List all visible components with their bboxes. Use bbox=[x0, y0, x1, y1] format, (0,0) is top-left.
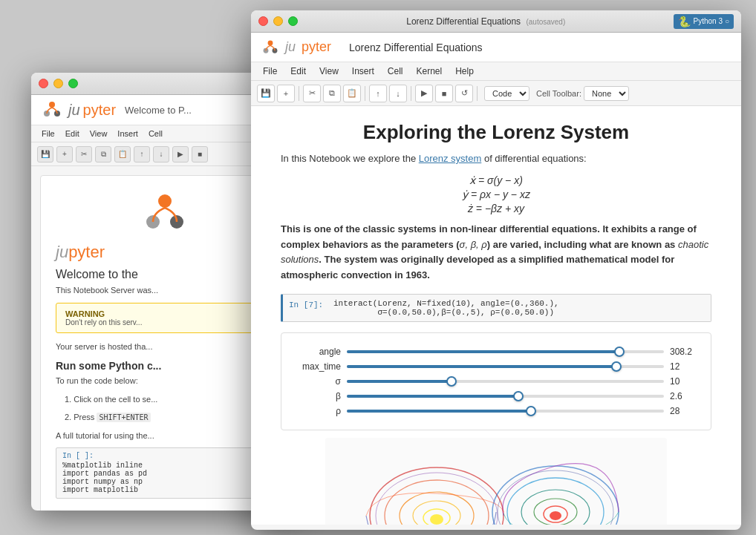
slider-value-angle: 308.2 bbox=[670, 347, 696, 357]
slider-row-angle: angle308.2 bbox=[296, 347, 696, 357]
svg-rect-9 bbox=[325, 438, 667, 525]
back-code-line-3: import numpy as np bbox=[62, 478, 267, 486]
front-cell-type-select[interactable]: Code bbox=[484, 86, 529, 101]
slider-fill-β bbox=[347, 395, 518, 398]
svg-point-0 bbox=[49, 102, 55, 108]
front-autosaved: (autosaved) bbox=[526, 18, 565, 26]
back-menu-file[interactable]: File bbox=[37, 128, 59, 140]
back-jupyter-logo-text: jupyter bbox=[68, 102, 116, 119]
front-copy-btn[interactable]: ⧉ bbox=[323, 85, 341, 102]
back-jupyter-large-text: jupyter bbox=[56, 243, 274, 262]
front-code-cell[interactable]: In [7]: interact(Lorenz, N=fixed(10), an… bbox=[281, 294, 711, 322]
back-menu-edit[interactable]: Edit bbox=[61, 128, 84, 140]
slider-track-σ[interactable] bbox=[347, 380, 664, 383]
back-warning-box: ✕ WARNING Don't rely on this serv... bbox=[56, 303, 274, 333]
front-cell-toolbar-select[interactable]: None bbox=[584, 86, 629, 101]
back-up-btn[interactable]: ↑ bbox=[134, 146, 150, 163]
front-python-badge: 🐍 Python 3 ○ bbox=[674, 14, 734, 29]
front-run-btn[interactable]: ▶ bbox=[415, 85, 433, 102]
svg-point-6 bbox=[268, 40, 273, 45]
front-notebook-content: Exploring the Lorenz System In this Note… bbox=[251, 106, 741, 525]
back-cut-btn[interactable]: ✂ bbox=[76, 146, 92, 163]
front-titlebar-title: Lorenz Differential Equations (autosaved… bbox=[303, 16, 668, 27]
front-titlebar: Lorenz Differential Equations (autosaved… bbox=[251, 10, 741, 33]
back-stop-btn[interactable]: ■ bbox=[192, 146, 208, 163]
slider-row-max_time: max_time12 bbox=[296, 361, 696, 372]
front-save-btn[interactable]: 💾 bbox=[257, 85, 275, 102]
front-toolbar: 💾 + ✂ ⧉ 📋 ↑ ↓ ▶ ■ ↺ Code Cell Toolbar: N… bbox=[251, 81, 741, 106]
jupyter-logo-icon bbox=[42, 99, 62, 120]
close-dot[interactable] bbox=[39, 79, 48, 88]
front-menu-kernel[interactable]: Kernel bbox=[411, 65, 449, 78]
maximize-dot[interactable] bbox=[68, 79, 78, 88]
front-paste-btn[interactable]: 📋 bbox=[343, 85, 361, 102]
front-close-dot[interactable] bbox=[258, 16, 268, 26]
slider-fill-ρ bbox=[347, 410, 531, 413]
back-menu-view[interactable]: View bbox=[85, 128, 112, 140]
slider-thumb-ρ[interactable] bbox=[526, 406, 536, 416]
back-code-line-1: %matplotlib inline bbox=[62, 462, 267, 470]
front-menu-file[interactable]: File bbox=[257, 65, 283, 78]
front-menu-cell[interactable]: Cell bbox=[382, 65, 409, 78]
front-sep-2 bbox=[365, 86, 365, 101]
back-title: Welcome to P... bbox=[125, 105, 192, 116]
back-add-btn[interactable]: + bbox=[56, 146, 73, 163]
back-down-btn[interactable]: ↓ bbox=[153, 146, 169, 163]
back-server-text: Your server is hosted tha... bbox=[56, 341, 274, 353]
front-menu-edit[interactable]: Edit bbox=[284, 65, 312, 78]
svg-point-15 bbox=[430, 514, 443, 525]
front-restart-btn[interactable]: ↺ bbox=[455, 85, 473, 102]
back-code-line-2: import pandas as pd bbox=[62, 470, 267, 478]
back-step1: 1. Click on the cell to se... bbox=[56, 393, 274, 406]
front-menu-view[interactable]: View bbox=[313, 65, 345, 78]
back-run-btn[interactable]: ▶ bbox=[172, 146, 189, 163]
back-paste-btn[interactable]: 📋 bbox=[114, 146, 131, 163]
front-notebook-title[interactable]: Lorenz Differential Equations bbox=[349, 42, 731, 53]
back-copy-btn[interactable]: ⧉ bbox=[95, 146, 111, 163]
front-in-prompt: In [7]: bbox=[289, 299, 333, 309]
back-welcome-title: Welcome to the bbox=[56, 268, 274, 281]
front-sep-3 bbox=[411, 86, 411, 101]
front-cut-btn[interactable]: ✂ bbox=[303, 85, 321, 102]
slider-track-max_time[interactable] bbox=[347, 365, 664, 368]
slider-track-ρ[interactable] bbox=[347, 410, 664, 413]
slider-label-ρ: ρ bbox=[296, 406, 341, 416]
slider-track-β[interactable] bbox=[347, 395, 664, 398]
back-big-logo bbox=[143, 191, 187, 235]
slider-value-β: 2.6 bbox=[670, 391, 696, 401]
back-step2: 2. Press SHIFT+ENTER bbox=[56, 411, 274, 424]
front-menubar: File Edit View Insert Cell Kernel Help bbox=[251, 62, 741, 81]
back-save-btn[interactable]: 💾 bbox=[37, 146, 53, 163]
back-run-title: Run some Python c... bbox=[56, 360, 274, 372]
slider-thumb-angle[interactable] bbox=[614, 347, 625, 357]
slider-label-max_time: max_time bbox=[296, 361, 341, 372]
slider-thumb-max_time[interactable] bbox=[611, 361, 622, 372]
front-para1: This is one of the classic systems in no… bbox=[281, 222, 711, 283]
back-tutorial-text: A full tutorial for using the... bbox=[56, 430, 274, 442]
front-add-btn[interactable]: + bbox=[277, 85, 295, 102]
front-cell-toolbar-label: Cell Toolbar: bbox=[536, 89, 581, 98]
lorenz-attractor-svg bbox=[325, 438, 667, 525]
front-maximize-dot[interactable] bbox=[288, 16, 298, 26]
minimize-dot[interactable] bbox=[53, 79, 63, 88]
slider-thumb-β[interactable] bbox=[513, 391, 524, 401]
front-equations: ẋ = σ(y − x) ẏ = ρx − y − xz ż = −βz + x… bbox=[281, 174, 711, 214]
slider-thumb-σ[interactable] bbox=[446, 376, 457, 387]
back-in-label: In [ ]: bbox=[62, 452, 267, 460]
back-menu-insert[interactable]: Insert bbox=[113, 128, 143, 140]
back-warning-title: WARNING bbox=[65, 309, 264, 318]
front-jupyter-icon bbox=[261, 39, 279, 56]
slider-label-σ: σ bbox=[296, 376, 341, 387]
slider-track-angle[interactable] bbox=[347, 350, 664, 353]
front-heading: Exploring the Lorenz System bbox=[281, 121, 711, 144]
front-menu-insert[interactable]: Insert bbox=[346, 65, 380, 78]
front-stop-btn[interactable]: ■ bbox=[435, 85, 453, 102]
lorenz-system-link[interactable]: Lorenz system bbox=[419, 153, 482, 164]
front-menu-help[interactable]: Help bbox=[449, 65, 480, 78]
front-down-btn[interactable]: ↓ bbox=[389, 85, 407, 102]
front-up-btn[interactable]: ↑ bbox=[369, 85, 387, 102]
front-minimize-dot[interactable] bbox=[273, 16, 283, 26]
front-code-content[interactable]: interact(Lorenz, N=fixed(10), angle=(0.,… bbox=[333, 299, 705, 317]
back-menu-cell[interactable]: Cell bbox=[144, 128, 167, 140]
front-intro-para: In this Notebook we explore the Lorenz s… bbox=[281, 151, 711, 167]
